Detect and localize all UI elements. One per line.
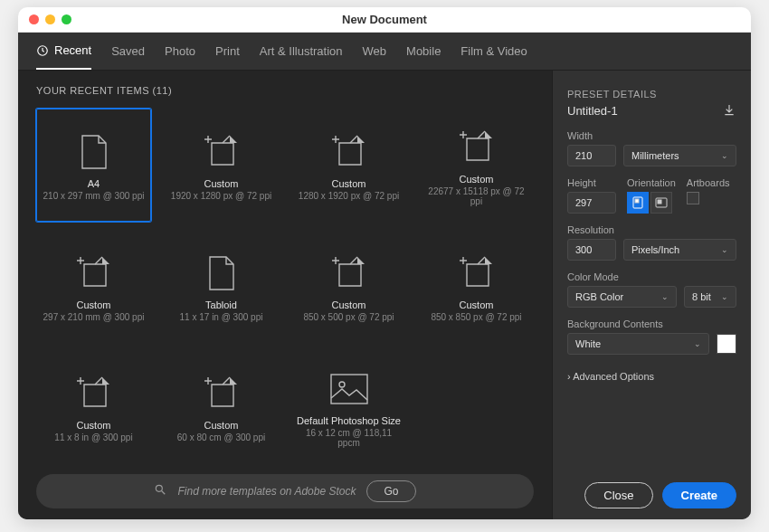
resolution-units-select[interactable]: Pixels/Inch⌄	[623, 239, 736, 261]
orientation-portrait-button[interactable]	[627, 192, 649, 214]
preset-thumb-icon	[73, 131, 115, 173]
preset-thumb-icon	[328, 252, 370, 294]
preset-dimensions: 11 x 8 in @ 300 ppi	[54, 432, 132, 442]
preset-thumb-icon	[201, 373, 242, 414]
preset-thumb-icon	[328, 368, 370, 410]
tab-label: Photo	[165, 44, 195, 58]
preset-card[interactable]: Tabloid11 x 17 in @ 300 ppi	[164, 234, 279, 337]
tab-label: Recent	[54, 43, 91, 57]
background-select[interactable]: White⌄	[567, 333, 709, 355]
go-button[interactable]: Go	[366, 480, 415, 502]
artboards-checkbox[interactable]	[687, 192, 699, 204]
window-title: New Document	[18, 13, 751, 26]
width-input[interactable]	[567, 145, 616, 166]
preset-card[interactable]: Default Photoshop Size16 x 12 cm @ 118,1…	[291, 350, 406, 463]
close-button[interactable]: Close	[584, 482, 652, 508]
preset-card[interactable]: Custom850 x 500 px @ 72 ppi	[291, 234, 406, 337]
preset-name: Custom	[332, 178, 366, 189]
preset-name: A4	[88, 178, 100, 189]
preset-name: Custom	[204, 178, 239, 189]
preset-details-heading: PRESET DETAILS	[567, 89, 736, 100]
preset-name: Custom	[77, 299, 111, 310]
preset-dimensions: 297 x 210 mm @ 300 ppi	[43, 312, 145, 322]
preset-card[interactable]: Custom1920 x 1280 px @ 72 ppi	[164, 109, 279, 222]
tab-label: Art & Illustration	[260, 44, 343, 58]
preset-dimensions: 16 x 12 cm @ 118,11 ppcm	[296, 428, 402, 448]
preset-name: Custom	[460, 299, 494, 310]
preset-dimensions: 1280 x 1920 px @ 72 ppi	[299, 191, 399, 201]
document-name-field[interactable]: Untitled-1	[567, 104, 618, 118]
units-select[interactable]: Millimeters⌄	[623, 145, 736, 166]
preset-card[interactable]: Custom11 x 8 in @ 300 ppi	[36, 350, 151, 463]
resolution-label: Resolution	[567, 224, 736, 235]
preset-dimensions: 210 x 297 mm @ 300 ppi	[43, 191, 145, 201]
preset-thumb-icon	[73, 373, 115, 414]
advanced-options-toggle[interactable]: › Advanced Options	[567, 371, 736, 382]
resolution-input[interactable]	[567, 239, 616, 261]
category-tabs: RecentSavedPhotoPrintArt & IllustrationW…	[18, 33, 751, 71]
chevron-down-icon: ⌄	[721, 292, 728, 301]
preset-card[interactable]: Custom22677 x 15118 px @ 72 ppi	[419, 109, 534, 222]
tab-label: Print	[215, 44, 240, 58]
tab-film-video[interactable]: Film & Video	[460, 33, 527, 70]
background-swatch[interactable]	[717, 334, 736, 354]
chevron-right-icon: ›	[567, 371, 571, 382]
tab-saved[interactable]: Saved	[111, 33, 145, 70]
tab-web[interactable]: Web	[363, 33, 387, 70]
preset-dimensions: 850 x 850 px @ 72 ppi	[431, 312, 521, 322]
new-document-dialog: New Document RecentSavedPhotoPrintArt & …	[18, 7, 751, 519]
chevron-down-icon: ⌄	[721, 245, 728, 254]
preset-card[interactable]: Custom60 x 80 cm @ 300 ppi	[164, 350, 279, 463]
preset-thumb-icon	[73, 252, 115, 294]
orientation-landscape-button[interactable]	[650, 192, 672, 214]
preset-card[interactable]: Custom297 x 210 mm @ 300 ppi	[36, 234, 151, 337]
preset-thumb-icon	[456, 127, 498, 168]
preset-card[interactable]: Custom1280 x 1920 px @ 72 ppi	[291, 109, 406, 222]
tab-mobile[interactable]: Mobile	[406, 33, 441, 70]
height-input[interactable]	[567, 192, 616, 214]
color-mode-select[interactable]: RGB Color⌄	[567, 286, 677, 308]
create-button[interactable]: Create	[662, 482, 736, 508]
stock-search-bar: Find more templates on Adobe Stock Go	[36, 474, 534, 508]
svg-rect-8	[658, 200, 661, 204]
tab-label: Saved	[111, 44, 145, 58]
preset-name: Custom	[77, 420, 111, 431]
bit-depth-select[interactable]: 8 bit⌄	[684, 286, 736, 308]
tab-label: Mobile	[406, 44, 441, 58]
preset-card[interactable]: A4210 x 297 mm @ 300 ppi	[36, 109, 151, 222]
preset-name: Tabloid	[205, 299, 237, 310]
svg-line-4	[162, 491, 166, 495]
preset-thumb-icon	[201, 131, 242, 173]
preset-grid: A4210 x 297 mm @ 300 ppiCustom1920 x 128…	[36, 109, 534, 463]
preset-card[interactable]: Custom850 x 850 px @ 72 ppi	[419, 234, 534, 337]
chevron-down-icon: ⌄	[661, 292, 669, 301]
preset-details-panel: PRESET DETAILS Untitled-1 Width Millimet…	[552, 71, 751, 519]
tab-label: Web	[363, 44, 387, 58]
width-label: Width	[567, 130, 736, 141]
clock-icon	[36, 44, 49, 57]
tab-print[interactable]: Print	[215, 33, 240, 70]
preset-dimensions: 850 x 500 px @ 72 ppi	[303, 312, 394, 322]
orientation-label: Orientation	[627, 177, 676, 188]
recent-items-label: YOUR RECENT ITEMS (11)	[36, 85, 534, 96]
preset-thumb-icon	[328, 131, 370, 173]
preset-dimensions: 60 x 80 cm @ 300 ppi	[177, 432, 265, 442]
preset-dimensions: 1920 x 1280 px @ 72 ppi	[171, 191, 271, 201]
background-label: Background Contents	[567, 318, 736, 329]
chevron-down-icon: ⌄	[694, 339, 701, 348]
preset-dimensions: 11 x 17 in @ 300 ppi	[180, 312, 263, 322]
height-label: Height	[567, 177, 616, 188]
preset-dimensions: 22677 x 15118 px @ 72 ppi	[423, 186, 529, 206]
tab-photo[interactable]: Photo	[165, 33, 195, 70]
color-mode-label: Color Mode	[567, 271, 736, 282]
chevron-down-icon: ⌄	[721, 151, 728, 160]
search-icon	[154, 483, 166, 499]
svg-point-2	[339, 382, 345, 387]
tab-art-illustration[interactable]: Art & Illustration	[260, 33, 343, 70]
tab-recent[interactable]: Recent	[36, 33, 91, 70]
preset-thumb-icon	[201, 252, 242, 294]
stock-search-placeholder[interactable]: Find more templates on Adobe Stock	[177, 485, 356, 498]
preset-name: Custom	[204, 420, 239, 431]
preset-name: Custom	[460, 174, 494, 185]
save-preset-icon[interactable]	[722, 103, 736, 118]
